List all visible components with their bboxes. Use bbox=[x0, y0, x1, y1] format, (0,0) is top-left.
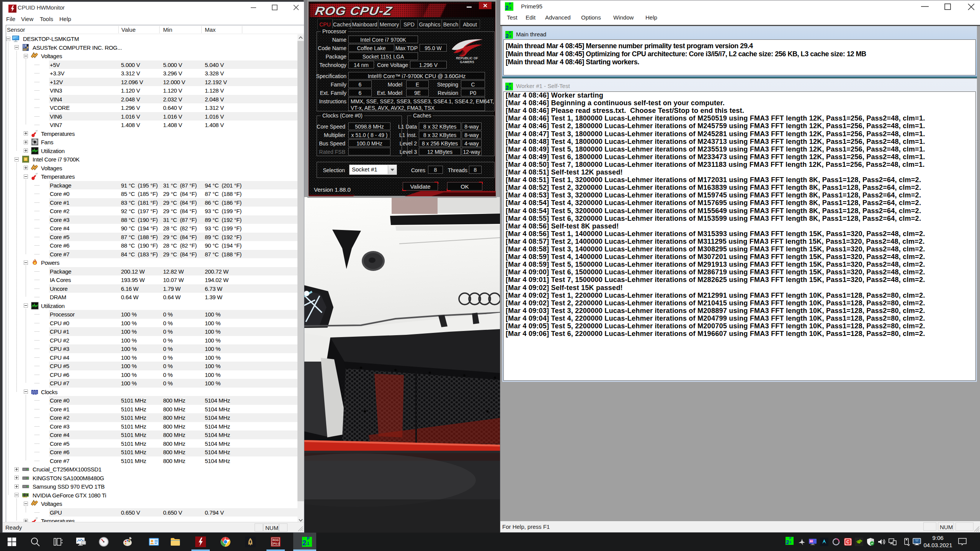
svg-text:GAMERS: GAMERS bbox=[460, 60, 474, 64]
svg-text:CPU-Z: CPU-Z bbox=[271, 542, 280, 545]
svg-text:60: 60 bbox=[810, 540, 813, 543]
svg-text:ROG: ROG bbox=[273, 539, 279, 541]
svg-text:REPUBLIC OF: REPUBLIC OF bbox=[456, 56, 478, 60]
svg-text:C: C bbox=[846, 540, 849, 544]
